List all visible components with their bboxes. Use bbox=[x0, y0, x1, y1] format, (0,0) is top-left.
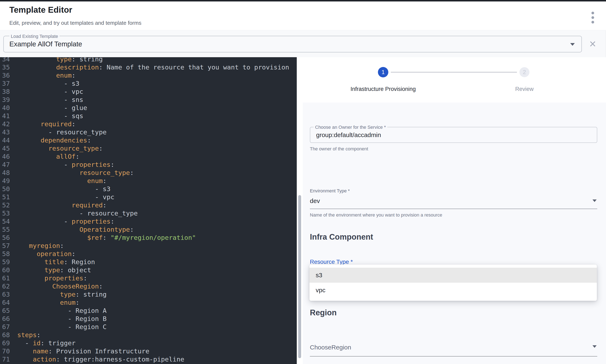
line-number: 51 bbox=[0, 193, 9, 201]
line-content: - Region A bbox=[9, 307, 106, 315]
editor-scrollbar[interactable] bbox=[298, 195, 301, 358]
stepper-connector bbox=[391, 72, 517, 72]
kebab-dot bbox=[592, 21, 594, 24]
line-number: 64 bbox=[0, 299, 9, 307]
code-line: 38 - vpc bbox=[0, 88, 297, 96]
code-line: 34 type: string bbox=[0, 57, 297, 63]
line-content: properties: bbox=[9, 274, 87, 282]
code-line: 65 - Region A bbox=[0, 307, 297, 315]
line-content: - s3 bbox=[9, 185, 110, 193]
line-number: 37 bbox=[0, 79, 9, 88]
stepper-step-2[interactable]: 2 bbox=[519, 67, 529, 77]
chevron-down-icon bbox=[593, 345, 597, 348]
owner-helper-text: The owner of the component bbox=[310, 146, 368, 152]
stepper-step-1[interactable]: 1 bbox=[378, 67, 388, 77]
line-number: 70 bbox=[0, 347, 9, 355]
line-number: 57 bbox=[0, 242, 9, 250]
code-line: 51 - vpc bbox=[0, 193, 297, 201]
page-subtitle: Edit, preview, and try out templates and… bbox=[9, 20, 141, 26]
region-heading: Region bbox=[310, 308, 337, 317]
close-icon bbox=[589, 40, 596, 48]
line-number: 58 bbox=[0, 250, 9, 258]
dropdown-option-vpc[interactable]: vpc bbox=[309, 283, 597, 298]
line-number: 40 bbox=[0, 104, 9, 112]
line-number: 68 bbox=[0, 331, 9, 339]
line-number: 41 bbox=[0, 112, 9, 120]
line-number: 63 bbox=[0, 290, 9, 299]
line-content: Operationtype: bbox=[9, 225, 134, 234]
line-content: steps: bbox=[9, 331, 40, 339]
line-content: enum: bbox=[9, 71, 76, 79]
line-content: required: bbox=[9, 120, 76, 128]
code-line: 58 operation: bbox=[0, 250, 297, 258]
environment-helper-text: Name of the environment where you want t… bbox=[310, 212, 442, 218]
line-number: 42 bbox=[0, 120, 9, 128]
line-content: type: string bbox=[9, 290, 106, 299]
line-number: 62 bbox=[0, 282, 9, 290]
line-number: 48 bbox=[0, 169, 9, 177]
code-line: 56 $ref: "#/myregion/operation" bbox=[0, 234, 297, 242]
stepper-label-review: Review bbox=[515, 86, 534, 92]
resource-type-label: Resource Type * bbox=[310, 259, 353, 265]
chevron-down-icon bbox=[570, 43, 575, 46]
line-number: 54 bbox=[0, 217, 9, 225]
line-number: 59 bbox=[0, 258, 9, 266]
line-number: 65 bbox=[0, 307, 9, 315]
line-number: 47 bbox=[0, 161, 9, 169]
line-number: 53 bbox=[0, 209, 9, 217]
owner-value: group:default/accadmin bbox=[316, 127, 381, 143]
line-number: 69 bbox=[0, 339, 9, 347]
load-template-bar: Load Existing Template Example AllOf Tem… bbox=[0, 31, 606, 57]
line-number: 38 bbox=[0, 88, 9, 96]
environment-type-select[interactable]: dev bbox=[310, 197, 320, 205]
line-number: 34 bbox=[0, 57, 9, 63]
infra-component-heading: Infra Component bbox=[310, 233, 373, 242]
code-editor[interactable]: 34 type: string35 description: Name of t… bbox=[0, 57, 297, 364]
code-line: 36 enum: bbox=[0, 71, 297, 79]
code-line: 64 enum: bbox=[0, 299, 297, 307]
dropdown-option-s3[interactable]: s3 bbox=[309, 268, 597, 283]
line-content: description: Name of the resource that y… bbox=[9, 63, 289, 71]
line-content: - properties: bbox=[9, 161, 115, 169]
code-line: 49 enum: bbox=[0, 177, 297, 185]
form-preview-pane: 1 2 Infrastructure Provisioning Review C… bbox=[303, 57, 606, 364]
code-line: 69 - id: trigger bbox=[0, 339, 297, 347]
code-line: 60 type: object bbox=[0, 266, 297, 274]
more-options-button[interactable] bbox=[590, 11, 596, 24]
load-template-select[interactable]: Load Existing Template Example AllOf Tem… bbox=[3, 36, 582, 52]
code-line: 37 - s3 bbox=[0, 79, 297, 88]
line-number: 35 bbox=[0, 63, 9, 71]
stepper-label-infrastructure-provisioning: Infrastructure Provisioning bbox=[350, 86, 416, 92]
line-content: - Region C bbox=[9, 323, 106, 331]
line-content: operation: bbox=[9, 250, 76, 258]
code-line: 59 title: Region bbox=[0, 258, 297, 266]
line-content: - resource_type bbox=[9, 209, 138, 217]
line-number: 67 bbox=[0, 323, 9, 331]
code-line: 66 - Region B bbox=[0, 315, 297, 323]
line-content: - glue bbox=[9, 104, 87, 112]
line-number: 49 bbox=[0, 177, 9, 185]
owner-input[interactable]: Choose an Owner for the Service * group:… bbox=[310, 127, 597, 143]
code-line: 68steps: bbox=[0, 331, 297, 339]
line-content: - s3 bbox=[9, 79, 79, 88]
line-number: 66 bbox=[0, 315, 9, 323]
line-content: - sqs bbox=[9, 112, 83, 120]
line-number: 50 bbox=[0, 185, 9, 193]
line-content: ChooseRegion: bbox=[9, 282, 103, 290]
resource-type-dropdown-menu: s3vpc bbox=[309, 265, 597, 301]
code-line: 39 - sns bbox=[0, 96, 297, 104]
header: Template Editor Edit, preview, and try o… bbox=[0, 1, 606, 30]
line-number: 45 bbox=[0, 144, 9, 153]
load-template-value: Example AllOf Template bbox=[9, 36, 82, 52]
line-number: 43 bbox=[0, 128, 9, 136]
line-number: 60 bbox=[0, 266, 9, 274]
line-number: 39 bbox=[0, 96, 9, 104]
line-content: - properties: bbox=[9, 217, 115, 225]
line-content: myregion: bbox=[9, 242, 64, 250]
close-template-button[interactable] bbox=[589, 40, 596, 48]
code-line: 35 description: Name of the resource tha… bbox=[0, 63, 297, 71]
choose-region-select[interactable]: ChooseRegion bbox=[310, 344, 351, 351]
line-content: resource_type: bbox=[9, 169, 134, 177]
code-line: 55 Operationtype: bbox=[0, 225, 297, 234]
chevron-down-icon bbox=[593, 199, 597, 202]
